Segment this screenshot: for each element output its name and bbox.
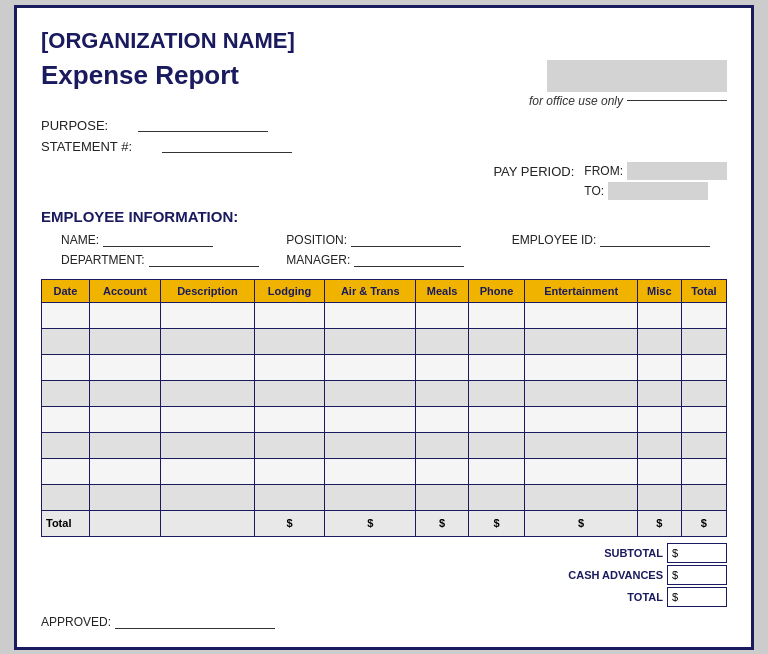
total-total[interactable]: $ xyxy=(681,510,726,536)
table-cell[interactable] xyxy=(525,458,638,484)
table-cell[interactable] xyxy=(160,328,254,354)
table-cell[interactable] xyxy=(160,380,254,406)
table-cell[interactable] xyxy=(254,328,324,354)
table-cell[interactable] xyxy=(325,458,416,484)
table-cell[interactable] xyxy=(89,354,160,380)
table-cell[interactable] xyxy=(525,302,638,328)
table-cell[interactable] xyxy=(468,484,525,510)
table-cell[interactable] xyxy=(160,484,254,510)
table-cell[interactable] xyxy=(416,458,468,484)
table-cell[interactable] xyxy=(468,328,525,354)
table-cell[interactable] xyxy=(468,302,525,328)
table-cell[interactable] xyxy=(416,354,468,380)
table-cell[interactable] xyxy=(42,484,90,510)
table-cell[interactable] xyxy=(42,328,90,354)
table-cell[interactable] xyxy=(416,484,468,510)
table-cell[interactable] xyxy=(325,354,416,380)
table-cell[interactable] xyxy=(325,484,416,510)
table-cell[interactable] xyxy=(681,354,726,380)
table-cell[interactable] xyxy=(254,432,324,458)
table-cell[interactable] xyxy=(637,328,681,354)
table-cell[interactable] xyxy=(89,432,160,458)
table-cell[interactable] xyxy=(416,328,468,354)
table-cell[interactable] xyxy=(681,406,726,432)
table-cell[interactable] xyxy=(681,458,726,484)
table-cell[interactable] xyxy=(42,380,90,406)
table-cell[interactable] xyxy=(42,458,90,484)
table-cell[interactable] xyxy=(468,458,525,484)
table-cell[interactable] xyxy=(89,406,160,432)
table-cell[interactable] xyxy=(637,302,681,328)
table-cell[interactable] xyxy=(325,380,416,406)
table-cell[interactable] xyxy=(681,328,726,354)
table-cell[interactable] xyxy=(637,354,681,380)
table-cell[interactable] xyxy=(254,484,324,510)
total-blank1[interactable] xyxy=(89,510,160,536)
table-cell[interactable] xyxy=(254,302,324,328)
subtotal-cell[interactable]: $ xyxy=(667,543,727,563)
table-cell[interactable] xyxy=(160,354,254,380)
table-cell[interactable] xyxy=(254,406,324,432)
table-cell[interactable] xyxy=(525,380,638,406)
table-cell[interactable] xyxy=(254,380,324,406)
total-entertainment[interactable]: $ xyxy=(525,510,638,536)
table-cell[interactable] xyxy=(468,406,525,432)
table-cell[interactable] xyxy=(525,432,638,458)
manager-input[interactable] xyxy=(354,253,464,267)
approved-input[interactable] xyxy=(115,615,275,629)
table-cell[interactable] xyxy=(525,354,638,380)
table-cell[interactable] xyxy=(325,302,416,328)
table-cell[interactable] xyxy=(468,354,525,380)
table-cell[interactable] xyxy=(42,432,90,458)
table-cell[interactable] xyxy=(160,406,254,432)
table-cell[interactable] xyxy=(681,380,726,406)
table-cell[interactable] xyxy=(468,432,525,458)
statement-line[interactable] xyxy=(162,139,292,153)
table-cell[interactable] xyxy=(42,354,90,380)
table-cell[interactable] xyxy=(681,484,726,510)
total-misc[interactable]: $ xyxy=(637,510,681,536)
table-cell[interactable] xyxy=(681,432,726,458)
table-cell[interactable] xyxy=(416,380,468,406)
table-cell[interactable] xyxy=(637,458,681,484)
position-input[interactable] xyxy=(351,233,461,247)
table-cell[interactable] xyxy=(89,458,160,484)
total-summary-cell[interactable]: $ xyxy=(667,587,727,607)
table-cell[interactable] xyxy=(637,484,681,510)
table-cell[interactable] xyxy=(468,380,525,406)
table-cell[interactable] xyxy=(89,380,160,406)
total-lodging[interactable]: $ xyxy=(254,510,324,536)
total-air[interactable]: $ xyxy=(325,510,416,536)
table-cell[interactable] xyxy=(525,406,638,432)
department-input[interactable] xyxy=(149,253,259,267)
table-cell[interactable] xyxy=(254,354,324,380)
table-cell[interactable] xyxy=(42,406,90,432)
table-cell[interactable] xyxy=(254,458,324,484)
table-cell[interactable] xyxy=(637,406,681,432)
table-cell[interactable] xyxy=(416,302,468,328)
table-cell[interactable] xyxy=(160,458,254,484)
table-cell[interactable] xyxy=(160,432,254,458)
table-cell[interactable] xyxy=(160,302,254,328)
table-cell[interactable] xyxy=(89,328,160,354)
table-cell[interactable] xyxy=(89,302,160,328)
table-cell[interactable] xyxy=(325,406,416,432)
table-cell[interactable] xyxy=(325,432,416,458)
table-cell[interactable] xyxy=(416,432,468,458)
name-input[interactable] xyxy=(103,233,213,247)
table-cell[interactable] xyxy=(89,484,160,510)
table-cell[interactable] xyxy=(325,328,416,354)
to-field[interactable] xyxy=(608,182,708,200)
table-cell[interactable] xyxy=(637,380,681,406)
table-cell[interactable] xyxy=(42,302,90,328)
total-phone[interactable]: $ xyxy=(468,510,525,536)
table-cell[interactable] xyxy=(525,328,638,354)
table-cell[interactable] xyxy=(681,302,726,328)
table-cell[interactable] xyxy=(416,406,468,432)
from-field[interactable] xyxy=(627,162,727,180)
total-meals[interactable]: $ xyxy=(416,510,468,536)
employee-id-input[interactable] xyxy=(600,233,710,247)
table-cell[interactable] xyxy=(525,484,638,510)
table-cell[interactable] xyxy=(637,432,681,458)
total-blank2[interactable] xyxy=(160,510,254,536)
